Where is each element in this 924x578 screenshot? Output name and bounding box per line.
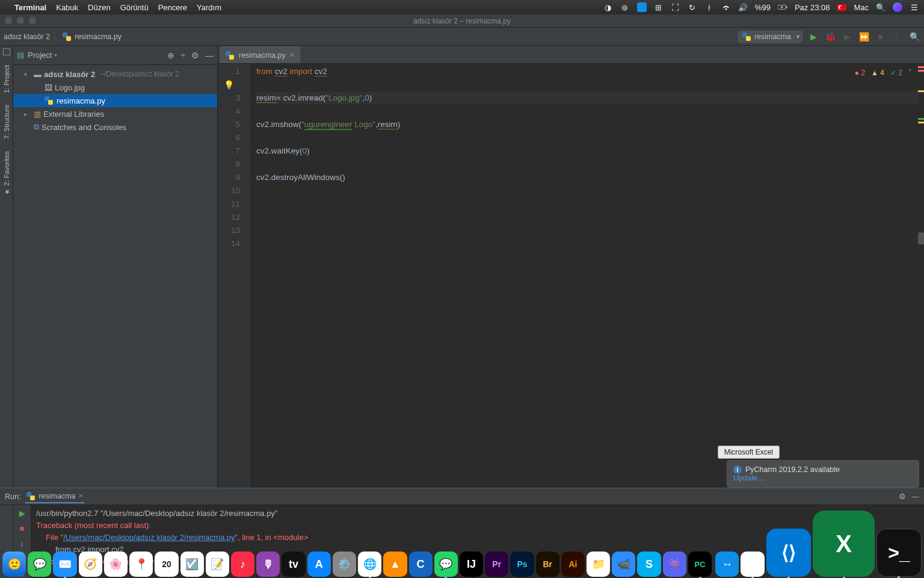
editor-tab[interactable]: resimacma.py ✕ [220,46,300,63]
creative-cloud-icon[interactable]: ⊚ [620,2,630,12]
dock-podcasts[interactable]: 🎙 [256,552,280,577]
dock-photos[interactable]: 🌸 [104,552,128,577]
code-analysis-indicator[interactable]: ● 2 ▲ 4 ✓ 2 ˅ [855,66,912,79]
bluetooth-icon[interactable]: ᚼ [704,2,714,12]
dock-teamviewer[interactable]: ↔ [715,552,739,577]
favorites-tool-tab[interactable]: 2: Favorites [2,149,10,198]
editor-body[interactable]: 1💡34567891011121314 ● 2 ▲ 4 ✓ 2 ˅ from c… [218,64,924,488]
dock-messages[interactable]: 💬 [28,552,51,577]
dock-finder[interactable]: 🙂 [2,552,26,577]
menubar-item[interactable]: Yardım [197,3,221,12]
menubar-item[interactable]: Görüntü [120,3,149,12]
coverage-button[interactable]: ▶ [841,31,853,43]
debug-button[interactable]: 🐞 [824,31,836,43]
profile-button[interactable]: ⏩ [858,31,870,43]
project-view-square-icon[interactable] [3,48,10,55]
structure-tool-tab[interactable]: 7: Structure [3,102,10,141]
collapse-icon[interactable]: ÷ [180,51,185,60]
breadcrumb-file[interactable]: resimacma.py [75,33,122,41]
dock-music[interactable]: ♪ [231,552,254,577]
teamviewer-icon[interactable] [637,2,647,12]
siri-icon[interactable] [893,2,902,12]
run-tab-label: resimacma [38,492,75,500]
wifi-icon[interactable] [721,2,731,12]
dock-terminal[interactable]: >_ [876,529,922,577]
project-tree[interactable]: ▾ ▬ adsız klasör 2 ~/Desktop/adsız klasö… [13,65,217,488]
breadcrumb-root[interactable]: adsız klasör 2 [4,33,50,41]
chevron-right-icon[interactable]: ▸ [24,111,31,117]
battery-icon[interactable] [778,2,787,12]
rerun-button[interactable]: ▶ [19,509,25,518]
dock-safari[interactable]: 🧭 [79,552,102,577]
control-center-icon[interactable]: ☰ [910,2,919,12]
dock-calendar[interactable]: 20 [155,552,178,577]
console-file-link[interactable]: /Users/mac/Desktop/adsız klasör 2/resima… [63,533,235,542]
tree-scratches[interactable]: ⧉ Scratches and Consoles [13,120,217,134]
editor-code[interactable]: ● 2 ▲ 4 ✓ 2 ˅ from cv2 import cv2resim= … [251,64,924,488]
dock-pycharm[interactable]: PC [688,552,712,577]
breadcrumb[interactable]: adsız klasör 2 〉 resimacma.py [4,31,122,42]
spotlight-icon[interactable]: 🔍 [876,2,886,12]
traffic-lights[interactable] [5,17,36,24]
chevron-down-icon[interactable]: ˅ [908,66,912,79]
settings-icon[interactable]: ⚙ [191,51,199,60]
camera-icon[interactable]: ⛶ [671,2,680,12]
dock-notes[interactable]: 📝 [206,552,229,577]
stop-button[interactable]: ■ [875,31,887,43]
menubar-item[interactable]: Kabuk [56,3,78,12]
dock-reminders[interactable]: ☑️ [180,552,204,577]
grid-icon[interactable]: ⊞ [654,2,664,12]
dock-vlc[interactable]: ▲ [383,552,407,577]
dock-vscode[interactable]: ⟨⟩ [766,529,812,577]
update-notification[interactable]: iPyCharm 2019.2.2 available Update... [727,460,919,488]
dock-maps[interactable]: 📍 [129,552,153,577]
notification-update-link[interactable]: Update... [733,474,913,482]
run-tab[interactable]: resimacma ✕ [25,490,84,503]
dock-mail[interactable]: ✉️ [53,552,76,577]
dock-whatsapp[interactable]: 💬 [434,552,458,577]
close-tab-icon[interactable]: ✕ [289,51,295,59]
search-everywhere-button[interactable]: 🔍 [908,31,920,43]
editor-scrollbar[interactable] [917,64,924,488]
flag-tr-icon[interactable] [837,4,846,11]
dock-zoom[interactable]: 📹 [612,552,635,577]
hide-icon[interactable]: — [912,493,920,501]
project-tool-tab[interactable]: 1: Project [3,63,10,95]
dock-photoshop[interactable]: Ps [510,552,534,577]
dock-skype[interactable]: S [637,552,661,577]
user-name[interactable]: Mac [854,3,869,12]
dock-chrome[interactable]: 🌐 [358,552,381,577]
locate-icon[interactable]: ⊕ [167,51,174,60]
dock-tv[interactable]: tv [282,552,305,577]
settings-icon[interactable]: ⚙ [899,492,906,501]
dock-illustrator[interactable]: Ai [561,552,585,577]
tree-file-selected[interactable]: resimacma.py [13,94,217,107]
clock-time[interactable]: Paz 23:08 [795,3,830,12]
dock-discord[interactable]: 👾 [663,552,686,577]
dock-preview[interactable]: 🖼 [741,552,764,577]
dock-c[interactable]: C [409,552,433,577]
dock-appstore[interactable]: A [307,552,331,577]
clock-icon[interactable]: ↻ [688,2,697,12]
dock-settings[interactable]: ⚙️ [333,552,356,577]
close-tab-icon[interactable]: ✕ [78,493,83,499]
run-button[interactable]: ▶ [807,31,819,43]
dock-premiere[interactable]: Pr [485,552,508,577]
menubar-item[interactable]: Pencere [158,3,187,12]
menubar-item[interactable]: Düzen [88,3,111,12]
tree-ext-libraries[interactable]: ▸ ▥ External Libraries [13,107,217,120]
menubar-app[interactable]: Terminal [14,3,46,12]
run-config-selector[interactable]: resimacma [738,31,802,43]
do-not-disturb-icon[interactable]: ◑ [603,2,613,12]
dock-bridge[interactable]: Br [536,552,559,577]
dock-drive[interactable]: 📁 [587,552,610,577]
hide-icon[interactable]: — [205,51,214,60]
tree-root[interactable]: ▾ ▬ adsız klasör 2 ~/Desktop/adsız klasö… [13,67,217,81]
dock-intellij[interactable]: IJ [460,552,483,577]
stop-button[interactable]: ■ [20,524,25,533]
volume-icon[interactable]: 🔊 [738,2,748,12]
dock-excel[interactable]: X [813,511,875,577]
project-header-label[interactable]: Project ▾ [28,51,57,60]
tree-file[interactable]: 🖼 Logo.jpg [13,81,217,94]
chevron-down-icon[interactable]: ▾ [24,71,31,78]
